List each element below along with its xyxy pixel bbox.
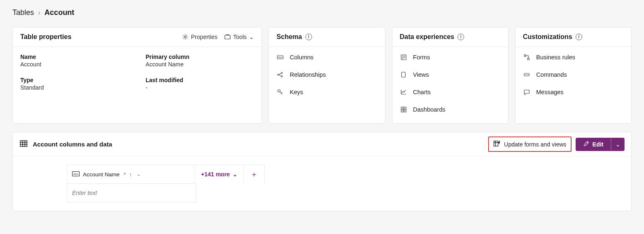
type-label: Type (20, 77, 129, 83)
text-column-icon: Abc (72, 171, 80, 178)
name-value: Account (20, 61, 129, 68)
tools-dropdown[interactable]: Tools ⌄ (224, 34, 254, 40)
svg-text:Abc: Abc (278, 56, 282, 58)
svg-point-0 (184, 36, 186, 38)
data-experiences-card: Data experiences i Forms Views Charts (392, 27, 508, 124)
edit-label: Edit (593, 141, 603, 148)
card-title-table-properties: Table properties (20, 33, 71, 41)
plus-icon: ＋ (250, 169, 258, 179)
last-modified-label: Last modified (145, 77, 254, 83)
keys-link[interactable]: Keys (276, 88, 377, 96)
commands-label: Commands (536, 71, 567, 78)
update-icon (493, 140, 501, 149)
charts-link[interactable]: Charts (400, 88, 501, 96)
dashboards-link[interactable]: Dashboards (400, 106, 501, 113)
sort-asc-icon: ↑ (129, 171, 132, 178)
business-rules-label: Business rules (536, 54, 575, 61)
tools-label: Tools (233, 34, 247, 40)
card-title-data-experiences: Data experiences (400, 33, 455, 41)
schema-card: Schema i Abc Columns Relationships Keys (269, 27, 385, 124)
svg-rect-14 (524, 55, 526, 56)
account-name-input[interactable] (72, 190, 191, 196)
edit-split-button[interactable]: ⌄ (611, 138, 625, 151)
chevron-down-icon: ⌄ (232, 171, 237, 178)
table-properties-card: Table properties Properties Tools ⌄ Name… (12, 27, 262, 124)
svg-rect-12 (401, 110, 403, 112)
breadcrumb-current: Account (44, 8, 74, 17)
charts-icon (400, 88, 407, 96)
keys-label: Keys (290, 89, 303, 95)
account-columns-section: Account columns and data Update forms an… (12, 132, 632, 211)
commands-icon (523, 71, 530, 78)
charts-label: Charts (413, 89, 431, 95)
properties-label: Properties (191, 34, 218, 40)
svg-point-4 (278, 74, 279, 76)
add-column-button[interactable]: ＋ (243, 165, 264, 183)
svg-rect-13 (404, 110, 406, 112)
update-forms-views-button[interactable]: Update forms and views (488, 136, 571, 152)
breadcrumb-parent[interactable]: Tables (12, 8, 34, 17)
chevron-right-icon: › (38, 9, 40, 17)
edit-button[interactable]: Edit ⌄ (576, 138, 625, 151)
section-title: Account columns and data (33, 141, 112, 148)
last-modified-value: - (145, 84, 254, 91)
relationships-link[interactable]: Relationships (276, 71, 377, 78)
required-asterisk: * (124, 171, 126, 178)
column-header-account-name[interactable]: Abc Account Name * ↑ ⌄ (67, 165, 195, 183)
grid-icon (19, 139, 28, 149)
dashboards-icon (400, 106, 407, 113)
pencil-icon (583, 141, 589, 148)
svg-point-6 (281, 76, 283, 77)
columns-icon: Abc (276, 54, 284, 61)
more-label: +141 more (201, 171, 230, 178)
chevron-down-icon: ⌄ (615, 141, 620, 148)
primary-column-value: Account Name (145, 61, 254, 68)
forms-link[interactable]: Forms (400, 54, 501, 61)
svg-rect-18 (494, 141, 498, 146)
forms-icon (400, 54, 407, 61)
svg-rect-1 (225, 35, 230, 39)
card-title-customizations: Customizations (523, 33, 572, 41)
type-value: Standard (20, 84, 129, 91)
messages-icon (523, 88, 530, 96)
forms-label: Forms (413, 54, 430, 61)
messages-link[interactable]: Messages (523, 88, 624, 96)
primary-column-label: Primary column (145, 54, 254, 60)
views-label: Views (413, 71, 429, 78)
more-columns-dropdown[interactable]: +141 more ⌄ (195, 167, 243, 182)
svg-rect-9 (402, 72, 405, 77)
messages-label: Messages (536, 89, 564, 95)
relationships-icon (276, 71, 284, 78)
chevron-down-icon: ⌄ (249, 34, 254, 40)
dashboards-label: Dashboards (413, 106, 445, 113)
tools-icon (224, 34, 231, 40)
views-icon (400, 71, 407, 78)
commands-link[interactable]: Commands (523, 71, 624, 78)
info-icon[interactable]: i (458, 34, 464, 40)
columns-link[interactable]: Abc Columns (276, 54, 377, 61)
business-rules-icon (523, 54, 530, 61)
keys-icon (276, 88, 284, 96)
svg-point-5 (281, 73, 283, 74)
business-rules-link[interactable]: Business rules (523, 54, 624, 61)
svg-rect-15 (528, 58, 529, 60)
svg-rect-10 (401, 107, 403, 109)
update-label: Update forms and views (504, 141, 566, 148)
column-header-label: Account Name (83, 171, 120, 178)
card-title-schema: Schema (276, 33, 302, 41)
chevron-down-icon[interactable]: ⌄ (137, 172, 140, 177)
customizations-card: Customizations i Business rules Commands… (515, 27, 632, 124)
breadcrumb: Tables › Account (12, 8, 632, 17)
name-label: Name (20, 54, 129, 60)
relationships-label: Relationships (290, 71, 326, 78)
info-icon[interactable]: i (576, 34, 582, 40)
gear-icon (182, 34, 189, 40)
columns-label: Columns (290, 54, 313, 61)
new-row-input-cell[interactable] (67, 183, 196, 202)
views-link[interactable]: Views (400, 71, 501, 78)
svg-text:Abc: Abc (73, 172, 79, 175)
svg-rect-11 (404, 107, 406, 109)
properties-button[interactable]: Properties (182, 34, 218, 40)
info-icon[interactable]: i (305, 34, 312, 40)
svg-rect-17 (20, 141, 27, 146)
